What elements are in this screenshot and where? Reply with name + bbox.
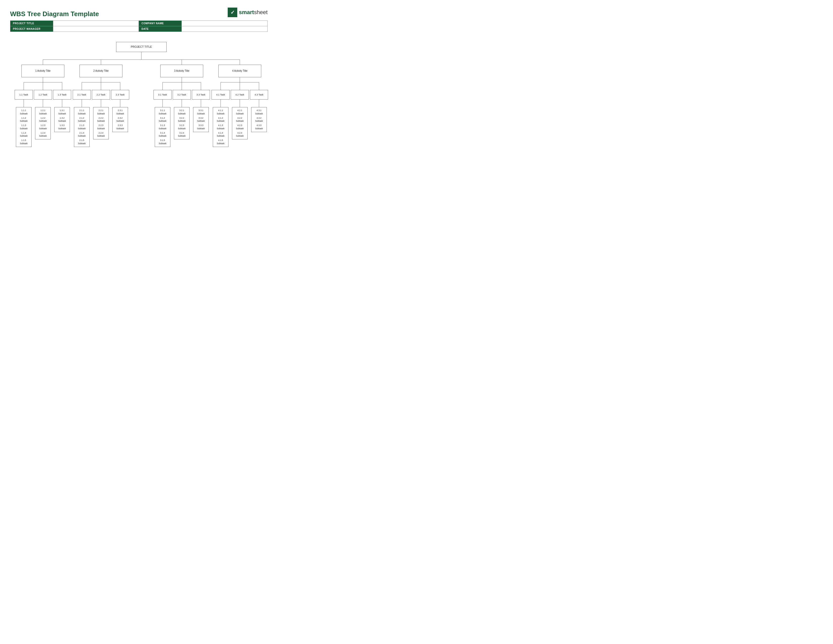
subtask-box: 4.2.1Subtask4.2.2Subtask4.2.3Subtask4.2.… <box>232 107 248 139</box>
tree-node-box: 4.3 Task <box>250 90 268 100</box>
info-table: PROJECT TITLE COMPANY NAME PROJECT MANAG… <box>10 21 268 32</box>
logo-smart: smart <box>239 9 254 15</box>
tree-node-box: 3.2 Task <box>173 90 191 100</box>
logo-sheet: sheet <box>254 9 268 15</box>
tree-node-box: 2.3 Task <box>111 90 129 100</box>
logo-area: ✓ smartsheet <box>228 8 268 17</box>
date-label: DATE <box>139 26 182 32</box>
subtask-box: 2.2.1Subtask2.2.2Subtask2.2.3Subtask2.2.… <box>93 107 109 139</box>
tree-node-box: 1.1 Task <box>14 90 33 100</box>
tree-node-box: 3 Activity Title <box>160 64 203 77</box>
company-name-value[interactable] <box>182 21 268 26</box>
subtask-box: 4.3.1Subtask4.3.2Subtask4.3.3Subtask <box>251 107 267 132</box>
tree-node-box: 4 Activity Title <box>218 64 261 77</box>
company-name-label: COMPANY NAME <box>139 21 182 26</box>
tree-node-box: 1.3 Task <box>53 90 71 100</box>
tree-node-box: 2.1 Task <box>73 90 91 100</box>
tree-node-box: 1 Activity Title <box>21 64 64 77</box>
project-title-label: PROJECT TITLE <box>10 21 53 26</box>
subtask-box: 1.1.1Subtask1.1.2Subtask1.1.3Subtask1.1.… <box>16 107 32 147</box>
subtask-box: 2.1.1Subtask2.1.2Subtask2.1.3Subtask2.1.… <box>74 107 90 147</box>
wbs-tree: PROJECT TITLE1 Activity Title2 Activity … <box>10 39 273 158</box>
logo-text: smartsheet <box>239 9 268 16</box>
tree-node-box: 1.2 Task <box>34 90 52 100</box>
subtask-box: 4.1.1Subtask4.1.2Subtask4.1.3Subtask4.1.… <box>213 107 228 147</box>
tree-node-box: 4.2 Task <box>231 90 249 100</box>
subtask-box: 3.3.1Subtask3.3.2Subtask3.3.3Subtask <box>193 107 209 132</box>
project-title-value[interactable] <box>53 21 139 26</box>
subtask-box: 3.1.1Subtask3.1.2Subtask3.1.3Subtask3.1.… <box>155 107 170 147</box>
tree-node-box: 2 Activity Title <box>79 64 122 77</box>
header: WBS Tree Diagram Template ✓ smartsheet <box>10 8 268 18</box>
page-title: WBS Tree Diagram Template <box>10 10 99 18</box>
subtask-box: 1.3.1Subtask1.3.2Subtask1.3.3Subtask <box>54 107 70 132</box>
tree-node-box: 4.1 Task <box>212 90 230 100</box>
tree-node-box: 3.3 Task <box>192 90 210 100</box>
project-manager-label: PROJECT MANAGER <box>10 26 53 32</box>
tree-node-box: PROJECT TITLE <box>116 42 167 52</box>
tree-node-box: 2.2 Task <box>92 90 110 100</box>
subtask-box: 3.2.1Subtask3.2.2Subtask3.2.3Subtask3.2.… <box>174 107 190 139</box>
logo-check-icon: ✓ <box>228 8 237 17</box>
subtask-box: 1.2.1Subtask1.2.2Subtask1.2.3Subtask1.2.… <box>35 107 51 139</box>
tree-node-box: 3.1 Task <box>153 90 172 100</box>
subtask-box: 2.3.1Subtask2.3.2Subtask2.3.3Subtask <box>113 107 128 132</box>
date-value[interactable] <box>182 26 268 32</box>
project-manager-value[interactable] <box>53 26 139 32</box>
